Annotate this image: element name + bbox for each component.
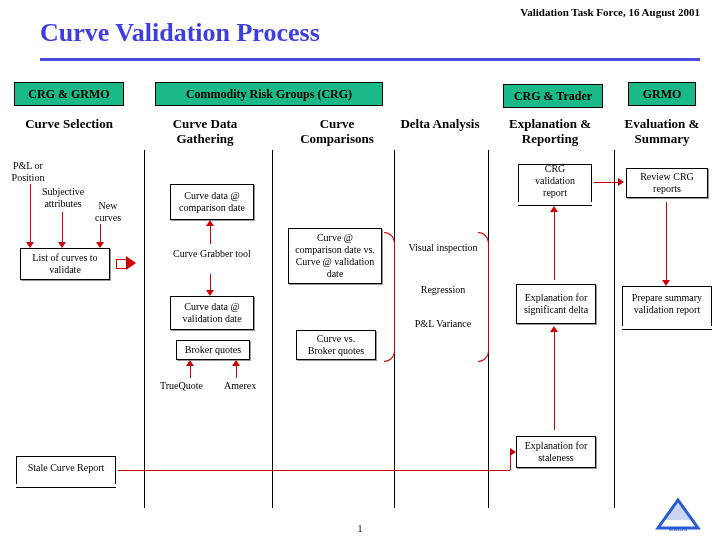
arrowhead-tq-to-broker bbox=[186, 360, 194, 366]
arrow-stale-to-expl bbox=[554, 330, 555, 430]
text-truequote: TrueQuote bbox=[160, 380, 203, 392]
brace-col4-to-col5 bbox=[478, 232, 489, 362]
report-summary-validation: Prepare summary validation report bbox=[622, 286, 712, 326]
arrow-subj-to-list bbox=[62, 212, 63, 242]
input-new-curves: New curves bbox=[88, 200, 128, 224]
col-sep-2 bbox=[272, 150, 273, 508]
input-pl-position: P&L or Position bbox=[6, 160, 50, 184]
flow-list-to-grabber bbox=[116, 256, 136, 270]
box-curve-data-validation: Curve data @ validation date bbox=[170, 296, 254, 330]
report-stale-curve: Stale Curve Report bbox=[16, 456, 116, 484]
colhdr-evaluation-summary: Evaluation & Summary bbox=[612, 116, 712, 146]
logo-text: ENRON bbox=[669, 526, 687, 532]
arrow-stalereport-to-staleexpl bbox=[118, 470, 510, 471]
arrowhead-amerex-to-broker bbox=[232, 360, 240, 366]
arrowhead-pl-to-list bbox=[26, 242, 34, 248]
col-sep-5 bbox=[614, 150, 615, 508]
box-review-crg-reports: Review CRG reports bbox=[626, 168, 708, 198]
text-curve-grabber-tool: Curve Grabber tool bbox=[172, 248, 252, 260]
arrowhead-report-to-review bbox=[618, 178, 624, 186]
box-list-of-curves: List of curves to validate bbox=[20, 248, 110, 280]
colhdr-curve-data-gathering: Curve Data Gathering bbox=[150, 116, 260, 146]
owner-crg: Commodity Risk Groups (CRG) bbox=[155, 82, 383, 106]
page-title: Curve Validation Process bbox=[40, 18, 320, 48]
text-amerex: Amerex bbox=[224, 380, 256, 392]
arrowhead-review-to-summary bbox=[662, 280, 670, 286]
arrowhead-stalereport-to-staleexpl bbox=[510, 448, 516, 456]
arrow-report-to-review bbox=[594, 182, 618, 183]
arrowhead-expl-to-report bbox=[550, 206, 558, 212]
box-explanation-staleness: Explanation for staleness bbox=[516, 436, 596, 468]
arrow-pl-to-list bbox=[30, 184, 31, 242]
arrowhead-stale-to-expl bbox=[550, 326, 558, 332]
arrow-new-to-list bbox=[100, 224, 101, 242]
header-date: Validation Task Force, 16 August 2001 bbox=[520, 6, 700, 18]
arrow-grabber-up bbox=[210, 226, 211, 244]
box-curve-comparisons: Curve @ comparison date vs. Curve @ vali… bbox=[288, 228, 382, 284]
text-pl-variance: P&L Variance bbox=[408, 318, 478, 330]
brace-col3-to-col4 bbox=[384, 232, 395, 362]
input-subjective-attributes: Subjective attributes bbox=[34, 186, 92, 210]
col-sep-1 bbox=[144, 150, 145, 508]
arrow-tq-to-broker bbox=[190, 364, 191, 378]
enron-logo-icon: ENRON bbox=[654, 498, 702, 532]
arrowhead-subj-to-list bbox=[58, 242, 66, 248]
box-curve-data-comparison: Curve data @ comparison date bbox=[170, 184, 254, 220]
arrowhead-grabber-down bbox=[206, 290, 214, 296]
report-crg-validation: CRG validation report bbox=[518, 164, 592, 202]
box-explanation-delta: Explanation for significant delta bbox=[516, 284, 596, 324]
box-curve-vs-broker: Curve vs. Broker quotes bbox=[296, 330, 376, 360]
owner-crg-trader: CRG & Trader bbox=[503, 84, 603, 108]
colhdr-explanation-reporting: Explanation & Reporting bbox=[490, 116, 610, 146]
owner-grmo: GRMO bbox=[628, 82, 696, 106]
owner-crg-grmo: CRG & GRMO bbox=[14, 82, 124, 106]
title-rule bbox=[40, 58, 700, 61]
arrowhead-grabber-up bbox=[206, 220, 214, 226]
arrow-expl-to-report bbox=[554, 210, 555, 280]
box-broker-quotes: Broker quotes bbox=[176, 340, 250, 360]
page-number: 1 bbox=[358, 523, 363, 534]
text-visual-inspection: Visual inspection bbox=[408, 242, 478, 254]
colhdr-curve-selection: Curve Selection bbox=[14, 116, 124, 131]
text-regression: Regression bbox=[408, 284, 478, 296]
arrowhead-new-to-list bbox=[96, 242, 104, 248]
colhdr-delta-analysis: Delta Analysis bbox=[395, 116, 485, 131]
colhdr-curve-comparisons: Curve Comparisons bbox=[282, 116, 392, 146]
arrow-amerex-to-broker bbox=[236, 364, 237, 378]
arrow-review-to-summary bbox=[666, 202, 667, 280]
